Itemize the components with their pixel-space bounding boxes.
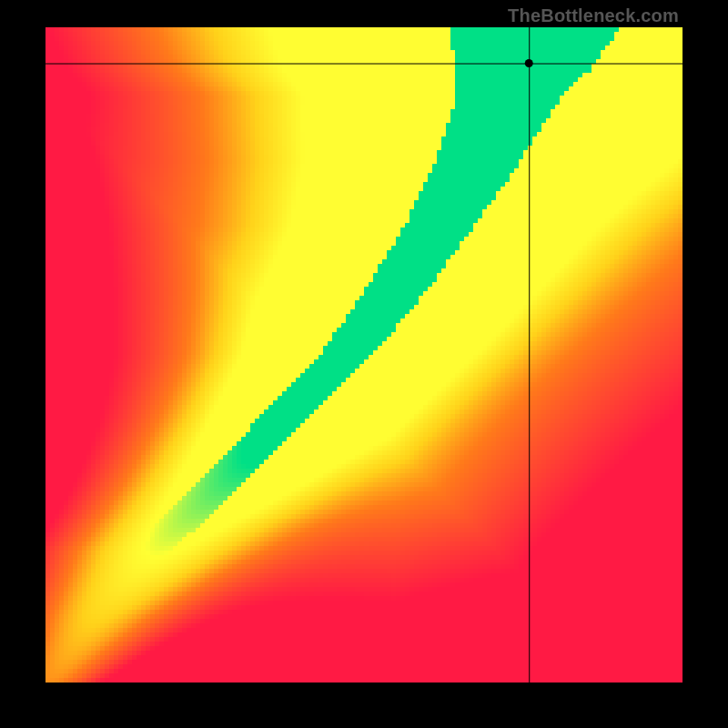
chart-container: TheBottleneck.com — [0, 0, 728, 728]
bottleneck-heatmap — [46, 27, 682, 682]
watermark-text: TheBottleneck.com — [508, 5, 679, 26]
